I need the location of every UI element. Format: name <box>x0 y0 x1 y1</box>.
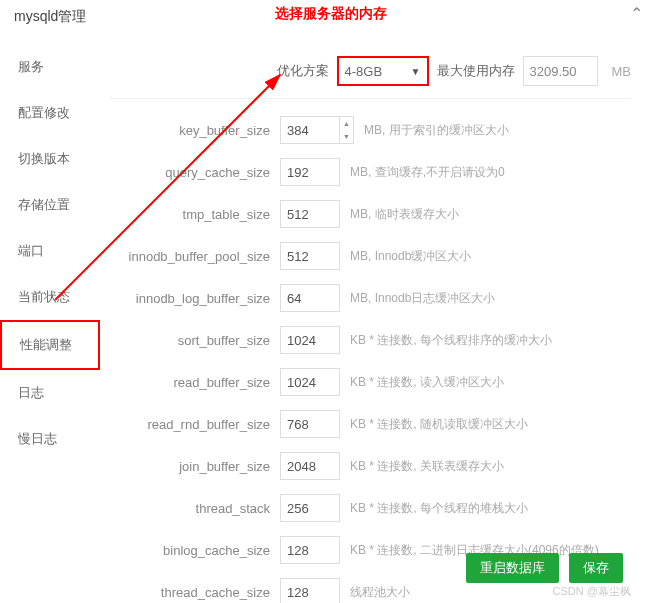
title-text: mysqld管理 <box>14 8 86 24</box>
setting-input[interactable] <box>280 116 340 144</box>
setting-row: read_buffer_sizeKB * 连接数, 读入缓冲区大小 <box>110 361 631 403</box>
spinner-up-icon[interactable]: ▲ <box>340 117 353 130</box>
setting-input[interactable] <box>280 200 340 228</box>
setting-input[interactable] <box>280 536 340 564</box>
setting-row: tmp_table_sizeMB, 临时表缓存大小 <box>110 193 631 235</box>
plan-select[interactable]: 4-8GB ▼ <box>337 56 429 86</box>
setting-label: read_rnd_buffer_size <box>110 417 280 432</box>
setting-row: query_cache_sizeMB, 查询缓存,不开启请设为0 <box>110 151 631 193</box>
setting-input[interactable] <box>280 158 340 186</box>
sidebar-item-slowlog[interactable]: 慢日志 <box>0 416 100 462</box>
setting-label: key_buffer_size <box>110 123 280 138</box>
setting-label: thread_stack <box>110 501 280 516</box>
setting-input[interactable] <box>280 578 340 603</box>
maxmem-label: 最大使用内存 <box>437 62 515 80</box>
sidebar-item-storage[interactable]: 存储位置 <box>0 182 100 228</box>
setting-desc: MB, 查询缓存,不开启请设为0 <box>350 164 505 181</box>
setting-desc: MB, Innodb日志缓冲区大小 <box>350 290 495 307</box>
setting-input[interactable] <box>280 494 340 522</box>
setting-row: thread_stackKB * 连接数, 每个线程的堆栈大小 <box>110 487 631 529</box>
sidebar: 服务 配置修改 切换版本 存储位置 端口 当前状态 性能调整 日志 慢日志 <box>0 34 100 594</box>
plan-value: 4-8GB <box>345 64 383 79</box>
sidebar-item-switch-version[interactable]: 切换版本 <box>0 136 100 182</box>
save-button[interactable]: 保存 <box>569 553 623 583</box>
sidebar-item-status[interactable]: 当前状态 <box>0 274 100 320</box>
setting-desc: KB * 连接数, 读入缓冲区大小 <box>350 374 504 391</box>
setting-desc: KB * 连接数, 关联表缓存大小 <box>350 458 504 475</box>
setting-label: tmp_table_size <box>110 207 280 222</box>
setting-label: sort_buffer_size <box>110 333 280 348</box>
setting-label: innodb_log_buffer_size <box>110 291 280 306</box>
annotation-text: 选择服务器的内存 <box>275 5 387 23</box>
setting-desc: 线程池大小 <box>350 584 410 601</box>
settings-list: key_buffer_size▲▼MB, 用于索引的缓冲区大小query_cac… <box>110 99 631 603</box>
setting-row: innodb_log_buffer_sizeMB, Innodb日志缓冲区大小 <box>110 277 631 319</box>
setting-row: sort_buffer_sizeKB * 连接数, 每个线程排序的缓冲大小 <box>110 319 631 361</box>
setting-desc: KB * 连接数, 随机读取缓冲区大小 <box>350 416 528 433</box>
optimization-row: 优化方案 4-8GB ▼ 最大使用内存 MB <box>110 44 631 99</box>
sidebar-item-service[interactable]: 服务 <box>0 44 100 90</box>
setting-input[interactable] <box>280 284 340 312</box>
setting-input[interactable] <box>280 410 340 438</box>
sidebar-item-port[interactable]: 端口 <box>0 228 100 274</box>
setting-desc: KB * 连接数, 每个线程的堆栈大小 <box>350 500 528 517</box>
setting-input[interactable] <box>280 326 340 354</box>
setting-row: key_buffer_size▲▼MB, 用于索引的缓冲区大小 <box>110 109 631 151</box>
setting-row: innodb_buffer_pool_sizeMB, Innodb缓冲区大小 <box>110 235 631 277</box>
setting-desc: KB * 连接数, 每个线程排序的缓冲大小 <box>350 332 552 349</box>
sidebar-item-log[interactable]: 日志 <box>0 370 100 416</box>
watermark: CSDN @幕尘枫 <box>553 584 631 599</box>
setting-desc: MB, 临时表缓存大小 <box>350 206 459 223</box>
setting-label: read_buffer_size <box>110 375 280 390</box>
close-icon[interactable]: ⌃ <box>630 4 643 23</box>
setting-row: join_buffer_sizeKB * 连接数, 关联表缓存大小 <box>110 445 631 487</box>
footer-buttons: 重启数据库 保存 <box>466 553 623 583</box>
sidebar-item-performance[interactable]: 性能调整 <box>0 320 100 370</box>
setting-label: join_buffer_size <box>110 459 280 474</box>
plan-label: 优化方案 <box>277 62 329 80</box>
setting-label: thread_cache_size <box>110 585 280 600</box>
spinner-down-icon[interactable]: ▼ <box>340 130 353 143</box>
setting-row: read_rnd_buffer_sizeKB * 连接数, 随机读取缓冲区大小 <box>110 403 631 445</box>
maxmem-input[interactable] <box>523 56 598 86</box>
setting-label: query_cache_size <box>110 165 280 180</box>
setting-label: innodb_buffer_pool_size <box>110 249 280 264</box>
main-panel: 优化方案 4-8GB ▼ 最大使用内存 MB key_buffer_size▲▼… <box>100 34 651 594</box>
maxmem-unit: MB <box>612 64 632 79</box>
setting-desc: MB, Innodb缓冲区大小 <box>350 248 471 265</box>
restart-button[interactable]: 重启数据库 <box>466 553 559 583</box>
sidebar-item-config[interactable]: 配置修改 <box>0 90 100 136</box>
spinner[interactable]: ▲▼ <box>340 116 354 144</box>
setting-label: binlog_cache_size <box>110 543 280 558</box>
setting-input[interactable] <box>280 242 340 270</box>
setting-desc: MB, 用于索引的缓冲区大小 <box>364 122 509 139</box>
chevron-down-icon: ▼ <box>411 66 421 77</box>
setting-input[interactable] <box>280 368 340 396</box>
setting-input[interactable] <box>280 452 340 480</box>
